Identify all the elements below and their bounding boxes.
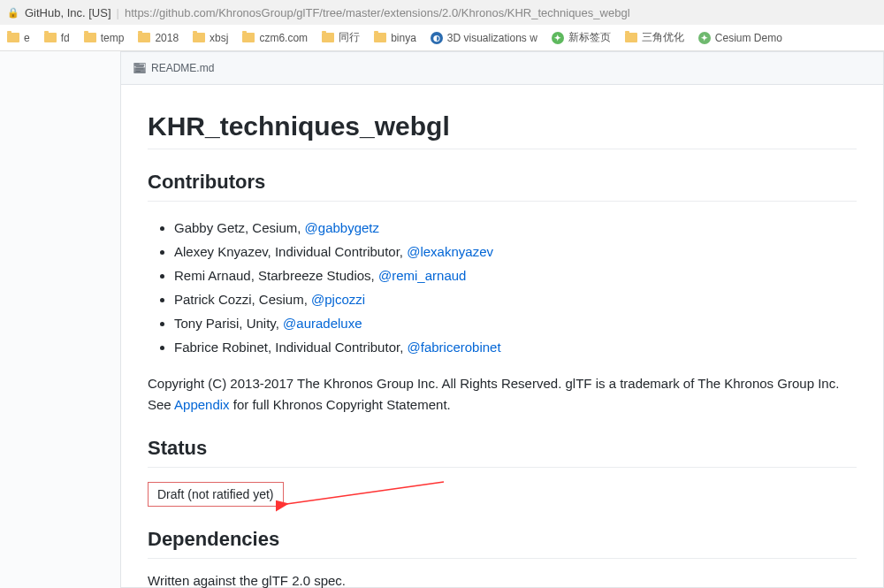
bookmark-item[interactable]: fd [44, 32, 70, 44]
bookmark-item[interactable]: 2018 [138, 32, 179, 44]
contributor-name: Patrick Cozzi, Cesium, [174, 292, 311, 307]
bookmark-label: czm6.com [259, 32, 308, 44]
bookmark-label: Cesium Demo [715, 32, 782, 44]
contributors-list: Gabby Getz, Cesium, @gabbygetzAlexey Kny… [148, 216, 857, 359]
copyright-post: for full Khronos Copyright Statement. [230, 397, 451, 412]
bookmark-item[interactable]: ✦新标签页 [552, 30, 611, 45]
page-content: README.md KHR_techniques_webgl Contribut… [0, 51, 884, 588]
readme-card: README.md KHR_techniques_webgl Contribut… [120, 51, 884, 588]
folder-icon [7, 33, 19, 42]
bookmark-label: 新标签页 [568, 30, 611, 45]
list-item: Remi Arnaud, Starbreeze Studios, @remi_a… [174, 263, 857, 287]
lock-icon: 🔒 [7, 7, 19, 19]
bookmark-label: 同行 [339, 30, 360, 45]
contributor-handle-link[interactable]: @pjcozzi [311, 292, 365, 307]
folder-icon [242, 33, 255, 42]
list-item: Alexey Knyazev, Individual Contributor, … [174, 240, 857, 263]
bookmark-label: binya [391, 32, 416, 44]
svg-line-5 [286, 482, 444, 504]
dependencies-text: Written against the glTF 2.0 spec. [148, 573, 857, 588]
bookmark-item[interactable]: ◐3D visualizations w [431, 32, 537, 44]
folder-icon [44, 33, 57, 42]
readme-body: KHR_techniques_webgl Contributors Gabby … [121, 85, 883, 588]
list-item: Gabby Getz, Cesium, @gabbygetz [174, 216, 857, 240]
folder-icon [374, 33, 386, 42]
separator: | [117, 6, 119, 19]
list-item: Tony Parisi, Unity, @auradeluxe [174, 311, 857, 335]
status-badge: Draft (not ratified yet) [148, 482, 284, 507]
contributor-name: Remi Arnaud, Starbreeze Studios, [174, 268, 378, 283]
favicon-icon: ◐ [431, 32, 443, 44]
bookmark-label: 2018 [155, 32, 179, 44]
bookmark-item[interactable]: temp [84, 32, 125, 44]
bookmark-label: 三角优化 [642, 30, 684, 45]
bookmark-item[interactable]: binya [374, 32, 416, 44]
bookmark-label: 3D visualizations w [447, 32, 537, 44]
contributor-handle-link[interactable]: @lexaknyazev [407, 244, 493, 259]
bookmark-item[interactable]: czm6.com [242, 32, 308, 44]
contributor-handle-link[interactable]: @gabbygetz [305, 220, 379, 235]
bookmarks-bar: efdtemp2018xbsjczm6.com同行binya◐3D visual… [0, 25, 884, 51]
status-wrapper: Draft (not ratified yet) [148, 482, 857, 507]
appendix-link[interactable]: Appendix [174, 397, 230, 412]
file-header: README.md [121, 51, 883, 85]
file-name[interactable]: README.md [151, 62, 214, 74]
contributor-handle-link[interactable]: @remi_arnaud [378, 268, 466, 283]
readme-icon [133, 62, 146, 74]
status-heading: Status [148, 437, 857, 468]
contributor-handle-link[interactable]: @auradeluxe [283, 316, 362, 331]
contributor-handle-link[interactable]: @fabricerobinet [407, 340, 500, 355]
favicon-icon: ✦ [552, 32, 564, 44]
dependencies-heading: Dependencies [148, 528, 857, 559]
bookmark-item[interactable]: 同行 [322, 30, 360, 45]
contributors-heading: Contributors [148, 171, 857, 202]
url-text[interactable]: https://github.com/KhronosGroup/glTF/tre… [125, 6, 630, 19]
address-bar: 🔒 GitHub, Inc. [US] | https://github.com… [0, 0, 884, 25]
bookmark-label: temp [101, 32, 125, 44]
folder-icon [193, 33, 205, 42]
favicon-icon: ✦ [698, 32, 711, 44]
contributor-name: Tony Parisi, Unity, [174, 316, 283, 331]
site-identity: GitHub, Inc. [US] [25, 6, 111, 19]
list-item: Patrick Cozzi, Cesium, @pjcozzi [174, 287, 857, 311]
bookmark-label: fd [61, 32, 70, 44]
contributor-name: Gabby Getz, Cesium, [174, 220, 305, 235]
folder-icon [625, 33, 637, 42]
bookmark-item[interactable]: xbsj [193, 32, 228, 44]
bookmark-item[interactable]: e [7, 32, 30, 44]
folder-icon [84, 33, 96, 42]
page-title: KHR_techniques_webgl [148, 111, 857, 149]
bookmark-label: xbsj [210, 32, 228, 44]
annotation-arrow-icon [276, 473, 453, 517]
bookmark-label: e [24, 32, 30, 44]
contributor-name: Fabrice Robinet, Individual Contributor, [174, 340, 407, 355]
bookmark-item[interactable]: ✦Cesium Demo [698, 32, 782, 44]
bookmark-item[interactable]: 三角优化 [625, 30, 684, 45]
copyright-text: Copyright (C) 2013-2017 The Khronos Grou… [148, 373, 857, 416]
folder-icon [322, 33, 334, 42]
folder-icon [138, 33, 150, 42]
contributor-name: Alexey Knyazev, Individual Contributor, [174, 244, 407, 259]
list-item: Fabrice Robinet, Individual Contributor,… [174, 335, 857, 359]
